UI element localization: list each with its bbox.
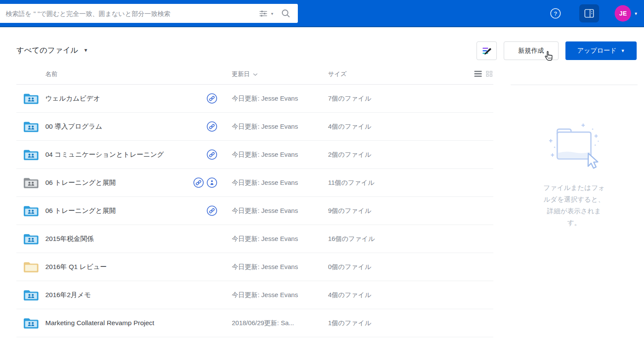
upload-button-label: アップロード: [577, 47, 617, 55]
updated-info: 今日更新: Jesse Evans: [232, 207, 298, 215]
table-row[interactable]: 06 トレーニングと展開 今日更新: Jesse Evans9個のファイル: [16, 197, 493, 225]
title-caret-icon: ▼: [83, 48, 88, 53]
shared-folder-icon[interactable]: [23, 233, 39, 245]
row-badges: [188, 93, 218, 104]
shared-folder-icon[interactable]: [23, 317, 39, 329]
table-row[interactable]: 2016年2月メモ今日更新: Jesse Evans4個のファイル: [16, 281, 493, 309]
shared-folder-icon[interactable]: [23, 289, 39, 301]
shared-link-icon[interactable]: [206, 93, 218, 104]
box-files-page: ▾ ?: [0, 0, 644, 342]
file-name[interactable]: 2015年税金関係: [45, 234, 94, 244]
file-count: 4個のファイル: [328, 123, 371, 131]
file-name[interactable]: 00 導入プログラム: [45, 122, 102, 131]
file-count: 11個のファイル: [328, 179, 374, 187]
files-table: 名前 更新日 サイズ ウェルカムビデオ: [16, 67, 493, 337]
column-header-updated[interactable]: 更新日: [232, 70, 258, 78]
file-count: 1個のファイル: [328, 319, 371, 327]
grid-view-icon[interactable]: [486, 71, 492, 77]
file-count: 7個のファイル: [328, 95, 371, 103]
file-count: 16個のファイル: [328, 235, 375, 243]
file-name[interactable]: 06 トレーニングと展開: [45, 178, 116, 187]
shared-folder-icon[interactable]: [23, 92, 39, 104]
empty-folder-illustration: [542, 121, 606, 171]
row-badges: [188, 121, 218, 132]
updated-info: 今日更新: Jesse Evans: [232, 151, 298, 159]
table-row[interactable]: ウェルカムビデオ 今日更新: Jesse Evans7個のファイル: [16, 85, 493, 113]
upload-button[interactable]: アップロード ▼: [565, 41, 637, 60]
topbar: ▾ ?: [0, 0, 644, 27]
table-row[interactable]: 2015年税金関係今日更新: Jesse Evans16個のファイル: [16, 225, 493, 253]
shared-folder-icon[interactable]: [23, 149, 39, 161]
row-badges: [188, 149, 218, 160]
table-row[interactable]: Marketing Collateral Revamp Project2018/…: [16, 309, 493, 337]
shared-link-icon[interactable]: [206, 149, 218, 160]
svg-text:?: ?: [554, 10, 557, 17]
apps-icon: [584, 9, 594, 18]
table-row[interactable]: 04 コミュニケーションとトレーニング 今日更新: Jesse Evans2個の…: [16, 141, 493, 169]
column-header-name[interactable]: 名前: [45, 70, 57, 78]
search-input[interactable]: [0, 4, 259, 23]
table-row[interactable]: 06 トレーニングと展開 今日更新: Jesse Evans11個のファイル: [16, 169, 493, 197]
shared-link-icon[interactable]: [193, 177, 204, 188]
sort-chevron-icon: [253, 73, 258, 76]
file-name[interactable]: ウェルカムビデオ: [45, 94, 100, 103]
notes-button[interactable]: [477, 41, 497, 60]
view-toggle: [474, 71, 492, 77]
file-name[interactable]: 2016年2月メモ: [45, 291, 91, 300]
column-header-size[interactable]: サイズ: [328, 70, 347, 78]
search-tools: ▾: [259, 8, 298, 19]
updated-info: 今日更新: Jesse Evans: [232, 291, 298, 299]
table-header: 名前 更新日 サイズ: [16, 67, 493, 85]
updated-info: 今日更新: Jesse Evans: [232, 179, 298, 187]
notes-pencil-icon: [481, 45, 492, 57]
row-badges: [188, 177, 218, 188]
updated-info: 2018/06/29更新: Sa...: [232, 319, 294, 327]
file-name[interactable]: 2016年 Q1 レビュー: [45, 263, 107, 272]
file-list: ウェルカムビデオ 今日更新: Jesse Evans7個のファイル 00 導入プ…: [16, 85, 493, 337]
help-icon[interactable]: ?: [550, 8, 561, 19]
file-count: 9個のファイル: [328, 207, 371, 215]
avatar[interactable]: JE: [615, 5, 631, 22]
page-title[interactable]: すべてのファイル ▼: [16, 45, 88, 55]
details-panel: ファイルまたはフォルダを選択すると、詳細が表示されます。: [511, 85, 638, 342]
list-view-icon[interactable]: [474, 71, 482, 77]
shared-folder-icon[interactable]: [23, 120, 39, 133]
file-name[interactable]: 04 コミュニケーションとトレーニング: [45, 150, 164, 159]
file-count: 0個のファイル: [328, 263, 371, 271]
file-count: 4個のファイル: [328, 291, 371, 299]
page-title-label: すべてのファイル: [16, 45, 78, 55]
account-caret-icon[interactable]: ▾: [635, 11, 637, 16]
filter-caret-icon[interactable]: ▾: [271, 11, 273, 16]
file-name[interactable]: Marketing Collateral Revamp Project: [45, 319, 154, 327]
table-row[interactable]: 00 導入プログラム 今日更新: Jesse Evans4個のファイル: [16, 113, 493, 141]
updated-info: 今日更新: Jesse Evans: [232, 235, 298, 243]
topbar-right: ? JE ▾: [550, 0, 637, 27]
updated-info: 今日更新: Jesse Evans: [232, 123, 298, 131]
column-header-updated-label: 更新日: [232, 70, 250, 78]
shared-link-icon[interactable]: [206, 121, 218, 132]
collaborators-icon[interactable]: [206, 177, 218, 188]
file-name[interactable]: 06 トレーニングと展開: [45, 206, 116, 215]
row-badges: [188, 205, 218, 216]
apps-button[interactable]: [579, 4, 599, 22]
new-button-label: 新規作成: [518, 47, 544, 54]
search-filter-icon[interactable]: [259, 9, 268, 18]
upload-caret-icon: ▼: [621, 48, 625, 53]
shared-folder-icon[interactable]: [23, 205, 39, 217]
external-folder-icon[interactable]: [23, 177, 39, 189]
search-box: ▾: [0, 4, 298, 23]
table-row[interactable]: 2016年 Q1 レビュー今日更新: Jesse Evans0個のファイル: [16, 253, 493, 281]
shared-link-icon[interactable]: [206, 205, 218, 216]
updated-info: 今日更新: Jesse Evans: [232, 263, 298, 271]
search-icon[interactable]: [281, 8, 291, 19]
new-button[interactable]: 新規作成: [504, 41, 559, 60]
file-count: 2個のファイル: [328, 151, 371, 159]
updated-info: 今日更新: Jesse Evans: [232, 95, 298, 103]
personal-folder-icon[interactable]: [23, 261, 39, 273]
empty-state-text: ファイルまたはフォルダを選択すると、詳細が表示されます。: [542, 182, 606, 228]
